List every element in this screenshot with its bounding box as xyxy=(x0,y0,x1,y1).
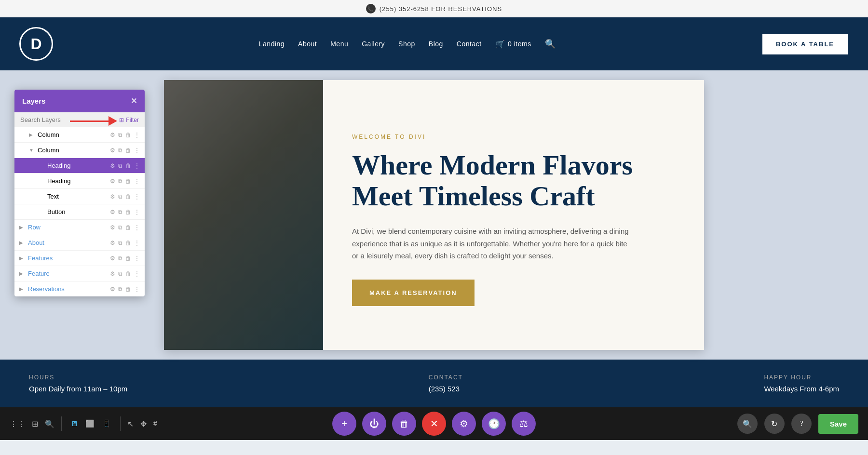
layers-close-button[interactable]: ✕ xyxy=(131,96,137,106)
delete-icon[interactable]: 🗑 xyxy=(125,209,131,215)
duplicate-icon[interactable]: ⧉ xyxy=(118,147,122,154)
settings-icon[interactable]: ⚙ xyxy=(110,255,115,262)
settings-icon[interactable]: ⚙ xyxy=(110,270,115,277)
layer-action-icons: ⚙ ⧉ 🗑 ⋮ xyxy=(110,162,140,169)
settings-icon[interactable]: ⚙ xyxy=(110,224,115,231)
mobile-icon[interactable]: 📱 xyxy=(100,417,113,430)
power-button[interactable]: ⏻ xyxy=(362,412,386,436)
footer-area: HOURS Open Daily from 11am – 10pm CONTAC… xyxy=(0,360,868,407)
delete-icon[interactable]: 🗑 xyxy=(125,270,131,277)
more-icon[interactable]: ⋮ xyxy=(134,270,140,277)
duplicate-icon[interactable]: ⧉ xyxy=(118,286,122,293)
duplicate-icon[interactable]: ⧉ xyxy=(118,209,122,215)
layer-item-button[interactable]: Button ⚙ ⧉ 🗑 ⋮ xyxy=(14,204,145,220)
more-icon[interactable]: ⋮ xyxy=(134,240,140,246)
more-icon[interactable]: ⋮ xyxy=(134,286,140,293)
settings-icon[interactable]: ⚙ xyxy=(110,240,115,246)
layers-header: Layers ✕ xyxy=(14,90,145,112)
delete-icon[interactable]: 🗑 xyxy=(125,286,131,293)
layer-action-icons: ⚙ ⧉ 🗑 ⋮ xyxy=(110,147,140,154)
expand-arrow-icon: ▶ xyxy=(19,271,26,276)
layer-item-column-1[interactable]: ▶ Column ⚙ ⧉ 🗑 ⋮ xyxy=(14,127,145,143)
duplicate-icon[interactable]: ⧉ xyxy=(118,193,122,200)
more-icon[interactable]: ⋮ xyxy=(134,224,140,231)
duplicate-icon[interactable]: ⧉ xyxy=(118,178,122,185)
history-button[interactable]: 🕐 xyxy=(482,412,506,436)
settings-icon[interactable]: ⚙ xyxy=(110,162,115,169)
layer-item-feature[interactable]: ▶ Feature ⚙ ⧉ 🗑 ⋮ xyxy=(14,266,145,281)
expand-arrow-icon: ▶ xyxy=(19,240,26,245)
navigation: D Landing About Menu Gallery Shop Blog C… xyxy=(0,17,868,70)
layer-item-heading-2[interactable]: Heading ⚙ ⧉ 🗑 ⋮ xyxy=(14,174,145,189)
nav-item-gallery[interactable]: Gallery xyxy=(362,40,385,48)
more-icon[interactable]: ⋮ xyxy=(134,209,140,215)
nav-item-blog[interactable]: Blog xyxy=(429,40,443,48)
cart-icon: 🛒 xyxy=(495,40,505,49)
book-table-button[interactable]: BOOK A TABLE xyxy=(761,33,849,55)
save-button[interactable]: Save xyxy=(818,414,858,434)
layer-name: Feature xyxy=(28,270,110,277)
delete-icon[interactable]: 🗑 xyxy=(125,162,131,169)
delete-icon[interactable]: 🗑 xyxy=(125,178,131,185)
more-icon[interactable]: ⋮ xyxy=(134,147,140,154)
settings-icon[interactable]: ⚙ xyxy=(110,132,115,138)
help-circle-button[interactable]: ? xyxy=(791,414,812,434)
layer-item-text[interactable]: Text ⚙ ⧉ 🗑 ⋮ xyxy=(14,189,145,204)
more-icon[interactable]: ⋮ xyxy=(134,162,140,169)
more-icon[interactable]: ⋮ xyxy=(134,132,140,138)
settings-button[interactable]: ⚙ xyxy=(452,412,476,436)
layer-item-heading-1[interactable]: Heading ⚙ ⧉ 🗑 ⋮ xyxy=(14,158,145,174)
delete-icon[interactable]: 🗑 xyxy=(125,224,131,231)
tablet-icon[interactable]: ⬜ xyxy=(83,417,96,430)
reservation-button[interactable]: MAKE A RESERVATION xyxy=(352,280,475,306)
cart-area[interactable]: 🛒 0 items xyxy=(495,40,531,49)
trash-button[interactable]: 🗑 xyxy=(392,412,416,436)
table-icon[interactable]: # xyxy=(153,419,157,428)
layer-item-column-2[interactable]: ▼ Column ⚙ ⧉ 🗑 ⋮ xyxy=(14,143,145,158)
duplicate-icon[interactable]: ⧉ xyxy=(118,270,122,277)
toolbar-menu-icon[interactable]: ⋮⋮ xyxy=(10,419,25,428)
settings-icon[interactable]: ⚙ xyxy=(110,178,115,185)
close-button[interactable]: ✕ xyxy=(422,412,446,436)
layer-action-icons: ⚙ ⧉ 🗑 ⋮ xyxy=(110,178,140,185)
more-icon[interactable]: ⋮ xyxy=(134,178,140,185)
layer-item-row[interactable]: ▶ Row ⚙ ⧉ 🗑 ⋮ xyxy=(14,220,145,235)
duplicate-icon[interactable]: ⧉ xyxy=(118,240,122,246)
duplicate-icon[interactable]: ⧉ xyxy=(118,224,122,231)
hero-image xyxy=(164,80,323,350)
select-icon[interactable]: ↖ xyxy=(127,419,134,428)
desktop-icon[interactable]: 🖥 xyxy=(68,418,80,430)
delete-icon[interactable]: 🗑 xyxy=(125,240,131,246)
nav-item-menu[interactable]: Menu xyxy=(330,40,348,48)
settings-icon[interactable]: ⚙ xyxy=(110,286,115,293)
delete-icon[interactable]: 🗑 xyxy=(125,255,131,262)
toolbar-grid-icon[interactable]: ⊞ xyxy=(32,419,38,428)
more-icon[interactable]: ⋮ xyxy=(134,193,140,200)
search-icon[interactable]: 🔍 xyxy=(545,39,556,49)
delete-icon[interactable]: 🗑 xyxy=(125,193,131,200)
delete-icon[interactable]: 🗑 xyxy=(125,147,131,154)
nav-item-about[interactable]: About xyxy=(298,40,317,48)
delete-icon[interactable]: 🗑 xyxy=(125,132,131,138)
settings-icon[interactable]: ⚙ xyxy=(110,193,115,200)
nav-item-shop[interactable]: Shop xyxy=(398,40,415,48)
layer-item-about[interactable]: ▶ About ⚙ ⧉ 🗑 ⋮ xyxy=(14,235,145,251)
settings-icon[interactable]: ⚙ xyxy=(110,147,115,154)
layout-button[interactable]: ⚖ xyxy=(512,412,536,436)
more-icon[interactable]: ⋮ xyxy=(134,255,140,262)
layers-filter-button[interactable]: ⊞ Filter xyxy=(119,117,139,123)
site-logo[interactable]: D xyxy=(19,27,53,61)
move-icon[interactable]: ✥ xyxy=(140,419,147,428)
toolbar-search-icon[interactable]: 🔍 xyxy=(45,419,54,428)
duplicate-icon[interactable]: ⧉ xyxy=(118,255,122,262)
duplicate-icon[interactable]: ⧉ xyxy=(118,162,122,169)
duplicate-icon[interactable]: ⧉ xyxy=(118,132,122,138)
layer-item-features[interactable]: ▶ Features ⚙ ⧉ 🗑 ⋮ xyxy=(14,251,145,266)
settings-icon[interactable]: ⚙ xyxy=(110,209,115,215)
sync-circle-button[interactable]: ↻ xyxy=(764,414,785,434)
nav-item-contact[interactable]: Contact xyxy=(457,40,482,48)
nav-item-landing[interactable]: Landing xyxy=(259,40,285,48)
layer-item-reservations[interactable]: ▶ Reservations ⚙ ⧉ 🗑 ⋮ xyxy=(14,281,145,296)
add-button[interactable]: + xyxy=(332,412,356,436)
search-circle-button[interactable]: 🔍 xyxy=(737,414,758,434)
